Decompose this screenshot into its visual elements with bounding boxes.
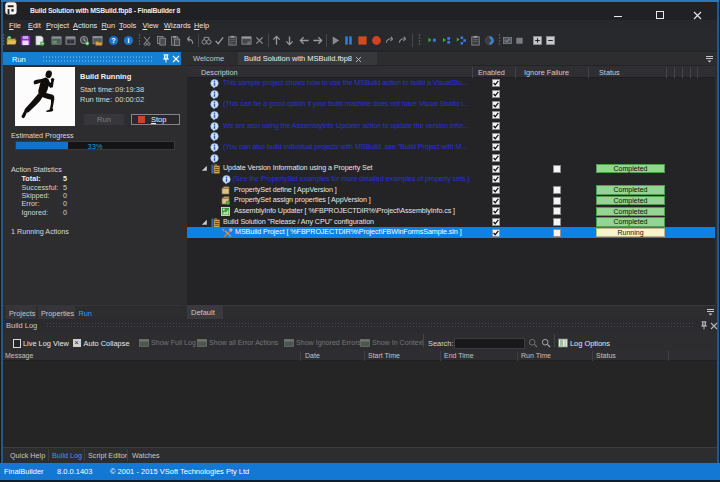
- svg-text:i: i: [127, 36, 129, 45]
- svg-text:?: ?: [111, 36, 116, 45]
